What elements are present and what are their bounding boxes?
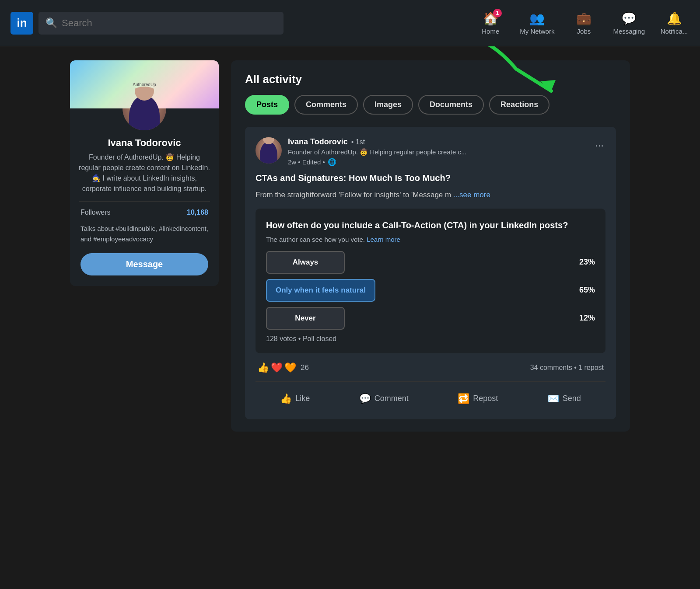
- tab-reactions[interactable]: Reactions: [489, 95, 550, 115]
- action-buttons: 👍 Like 💬 Comment 🔁 Repost ✉️ Send: [256, 381, 606, 409]
- poll-option-always: Always 23%: [266, 251, 595, 274]
- notifications-icon: 🔔: [667, 11, 682, 26]
- home-icon: 🏠 1: [483, 11, 498, 26]
- post-connection: • 1st: [351, 138, 365, 146]
- like-label: Like: [295, 394, 310, 403]
- profile-card: AuthoredUp Ivana Todorovic Founder of Au…: [70, 60, 219, 286]
- repost-icon: 🔁: [458, 393, 469, 404]
- search-icon: 🔍: [46, 17, 57, 29]
- send-icon: ✉️: [547, 393, 559, 404]
- poll-option-natural-btn[interactable]: Only when it feels natural: [266, 279, 375, 302]
- post-menu-button[interactable]: ···: [593, 137, 606, 153]
- main-layout: AuthoredUp Ivana Todorovic Founder of Au…: [44, 46, 656, 446]
- main-content: All activity Posts Comments Images Docum…: [231, 60, 630, 432]
- navbar: in 🔍 🏠 1 Home 👥 My Network 💼 Jobs 💬 Mess…: [0, 0, 700, 46]
- reaction-emoji-1: 👍: [257, 362, 269, 373]
- nav-item-my-network[interactable]: 👥 My Network: [520, 11, 554, 35]
- like-icon: 👍: [280, 393, 292, 404]
- nav-item-jobs[interactable]: 💼 Jobs: [568, 11, 599, 35]
- see-more-link[interactable]: ...see more: [453, 191, 490, 199]
- poll-option-never: Never 12%: [266, 307, 595, 330]
- search-input[interactable]: [62, 17, 276, 29]
- post-title: CTAs and Signatures: How Much Is Too Muc…: [256, 173, 606, 183]
- followers-label: Followers: [80, 209, 110, 216]
- tab-images[interactable]: Images: [363, 95, 413, 115]
- nav-network-label: My Network: [520, 28, 554, 35]
- post-subtitle: Founder of AuthoredUp. 🤠 Helping regular…: [288, 148, 587, 156]
- nav-messaging-label: Messaging: [613, 28, 645, 35]
- nav-home-label: Home: [482, 28, 499, 35]
- poll-option-natural: Only when it feels natural 65%: [266, 279, 595, 302]
- poll-footer: 128 votes • Poll closed: [266, 335, 595, 343]
- nav-items: 🏠 1 Home 👥 My Network 💼 Jobs 💬 Messaging…: [475, 11, 690, 35]
- comment-button[interactable]: 💬 Comment: [350, 389, 417, 409]
- reaction-icons: 👍 ❤️ 🧡 26: [257, 362, 309, 373]
- profile-stats: Followers 10,168: [70, 209, 219, 216]
- tabs: Posts Comments Images Documents Reaction…: [245, 95, 616, 115]
- my-network-icon: 👥: [529, 11, 545, 26]
- comment-icon: 💬: [359, 393, 371, 404]
- nav-item-messaging[interactable]: 💬 Messaging: [613, 11, 645, 35]
- nav-item-notifications[interactable]: 🔔 Notifica...: [659, 11, 690, 35]
- reactions-row: 👍 ❤️ 🧡 26 34 comments • 1 repost: [256, 362, 606, 373]
- poll-pct-natural: 65%: [569, 286, 595, 295]
- tab-posts[interactable]: Posts: [245, 95, 289, 115]
- linkedin-logo[interactable]: in: [10, 12, 33, 35]
- post-header: Ivana Todorovic • 1st Founder of Authore…: [256, 137, 606, 166]
- comment-label: Comment: [374, 394, 409, 403]
- send-label: Send: [563, 394, 581, 403]
- activity-card: All activity Posts Comments Images Docum…: [231, 60, 630, 432]
- like-button[interactable]: 👍 Like: [271, 389, 318, 409]
- post-card: Ivana Todorovic • 1st Founder of Authore…: [245, 127, 616, 419]
- reaction-emoji-3: 🧡: [284, 362, 296, 373]
- search-bar[interactable]: 🔍: [38, 12, 284, 35]
- reaction-emoji-2: ❤️: [271, 362, 283, 373]
- followers-count: 10,168: [187, 209, 208, 216]
- profile-name: Ivana Todorovic: [70, 137, 219, 149]
- post-meta: Ivana Todorovic • 1st Founder of Authore…: [288, 137, 587, 166]
- profile-divider: [79, 201, 210, 202]
- nav-jobs-label: Jobs: [577, 28, 591, 35]
- post-author-name[interactable]: Ivana Todorovic: [288, 137, 348, 146]
- poll-note: The author can see how you vote. Learn m…: [266, 236, 595, 243]
- tab-comments[interactable]: Comments: [294, 95, 358, 115]
- home-badge: 1: [493, 9, 502, 17]
- tab-documents[interactable]: Documents: [418, 95, 484, 115]
- post-time: 2w • Edited •: [288, 158, 325, 166]
- jobs-icon: 💼: [576, 11, 592, 26]
- poll-question: How often do you include a Call-To-Actio…: [266, 219, 595, 231]
- nav-notifications-label: Notifica...: [661, 28, 688, 35]
- activity-title: All activity: [245, 73, 616, 86]
- profile-bio: Founder of AuthoredUp. 🤠 Helping regular…: [70, 152, 219, 194]
- poll-option-never-btn[interactable]: Never: [266, 307, 345, 330]
- send-button[interactable]: ✉️ Send: [539, 389, 590, 409]
- sidebar: AuthoredUp Ivana Todorovic Founder of Au…: [70, 60, 219, 432]
- post-author-line: Ivana Todorovic • 1st: [288, 137, 587, 146]
- post-avatar[interactable]: [256, 137, 282, 164]
- reaction-count[interactable]: 26: [301, 363, 309, 372]
- poll-pct-never: 12%: [569, 314, 595, 323]
- nav-item-home[interactable]: 🏠 1 Home: [475, 11, 506, 35]
- poll-pct-always: 23%: [569, 258, 595, 267]
- repost-label: Repost: [473, 394, 498, 403]
- globe-icon: 🌐: [328, 158, 336, 166]
- messaging-icon: 💬: [621, 11, 637, 26]
- post-time-line: 2w • Edited • 🌐: [288, 158, 587, 166]
- reaction-comments[interactable]: 34 comments • 1 repost: [530, 364, 604, 372]
- repost-button[interactable]: 🔁 Repost: [449, 389, 507, 409]
- poll-option-always-btn[interactable]: Always: [266, 251, 345, 274]
- poll-learn-more-link[interactable]: Learn more: [367, 236, 400, 243]
- message-button[interactable]: Message: [80, 253, 208, 275]
- poll-box: How often do you include a Call-To-Actio…: [256, 209, 606, 353]
- profile-tags: Talks about #buildinpublic, #linkedincon…: [70, 223, 219, 244]
- post-excerpt: From the straightforward 'Follow for ins…: [256, 189, 606, 201]
